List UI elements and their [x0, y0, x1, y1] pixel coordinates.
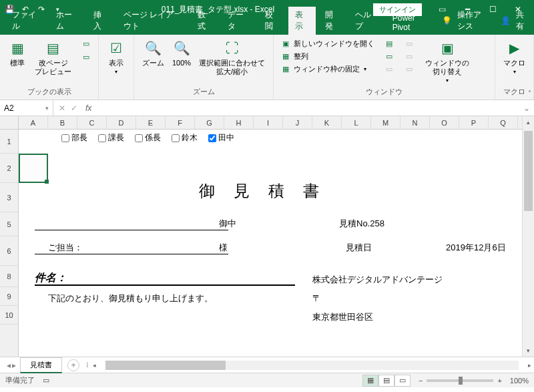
enter-icon[interactable]: ✓ [71, 104, 77, 113]
zoom-level[interactable]: 100% [510, 377, 529, 385]
formula-bar: A2▾ ✕ ✓ fx ⌄ [0, 100, 534, 116]
col-header[interactable]: H [224, 116, 254, 129]
arrange-button[interactable]: ▦整列 [279, 50, 376, 62]
select-all-corner[interactable] [0, 116, 18, 130]
pagebreak-view-button[interactable]: ▤改ページ プレビュー [32, 37, 74, 77]
check-kacho[interactable]: 課長 [98, 132, 124, 144]
add-sheet-button[interactable]: + [67, 359, 79, 371]
check-kakaricho[interactable]: 係長 [135, 132, 161, 144]
row-header[interactable]: 10 [0, 306, 18, 325]
check-bucho[interactable]: 部長 [61, 132, 87, 144]
zoom-selection-button[interactable]: ⛶選択範囲に合わせて 拡大/縮小 [196, 37, 268, 77]
horizontal-scrollbar[interactable]: ⁞ ◂ ▸ [93, 361, 531, 370]
tab-powerpivot[interactable]: Power Pivot [386, 11, 437, 35]
zoomfit-icon: ⛶ [223, 39, 242, 57]
small-view-1[interactable]: ▭ [79, 37, 93, 49]
group-zoom: 🔍ズーム 🔍100% ⛶選択範囲に合わせて 拡大/縮小 ズーム [134, 35, 274, 100]
tab-review[interactable]: 校閲 [258, 7, 286, 35]
freeze-icon: ▦ [280, 63, 291, 74]
new-window-button[interactable]: ▣新しいウィンドウを開く [279, 37, 376, 49]
unhide-button[interactable]: ▭ [382, 63, 396, 75]
sheet-tab[interactable]: 見積書 [20, 357, 62, 373]
tab-pagelayout[interactable]: ページ レイアウト [117, 7, 188, 35]
row-header[interactable]: 6 [0, 236, 18, 266]
name-box[interactable]: A2▾ [0, 100, 53, 116]
check-tanaka[interactable]: 田中 [208, 132, 234, 144]
tab-help[interactable]: ヘルプ [348, 7, 383, 35]
sheet-next-icon[interactable]: ▸ [12, 361, 16, 370]
col-header[interactable]: L [342, 116, 371, 129]
side-button-3[interactable]: ▭ [403, 63, 416, 75]
row-header[interactable]: 9 [0, 287, 18, 306]
pagebreak-view-icon[interactable]: ▭ [394, 375, 411, 387]
share-button[interactable]: 共有 [516, 9, 529, 32]
col-header[interactable]: D [107, 116, 136, 129]
scroll-thumb[interactable] [105, 361, 226, 370]
row-header[interactable]: 1 [0, 130, 18, 154]
selected-cell[interactable] [19, 154, 48, 183]
normal-view-icon[interactable]: ▦ [362, 375, 378, 387]
freeze-button[interactable]: ▦ウィンドウ枠の固定▾ [279, 63, 376, 75]
scroll-down-icon[interactable]: ▾ [523, 345, 534, 357]
cancel-icon[interactable]: ✕ [59, 104, 65, 113]
tab-data[interactable]: データ [221, 7, 256, 35]
switch-window-button[interactable]: ▣ウィンドウの 切り替え▾ [423, 37, 472, 85]
custom-icon: ▭ [81, 51, 91, 62]
zoom-button[interactable]: 🔍ズーム [140, 37, 167, 69]
fx-icon[interactable]: fx [83, 104, 94, 113]
hide-button[interactable]: ▭ [382, 50, 396, 62]
scroll-thumb[interactable] [524, 131, 533, 211]
tab-view[interactable]: 表示 [288, 7, 316, 35]
row-header[interactable]: 5 [0, 212, 18, 236]
row-header[interactable]: 8 [0, 266, 18, 287]
col-header[interactable]: G [195, 116, 224, 129]
split-button[interactable]: ▤ [382, 37, 396, 49]
col-header[interactable]: M [371, 116, 400, 129]
zoom-in-icon[interactable]: + [497, 377, 501, 385]
vertical-scrollbar[interactable]: ▴ ▾ [522, 116, 534, 357]
group-show: ☑表示▾ [99, 35, 134, 100]
side-button-2[interactable]: ▭ [403, 50, 416, 62]
check-suzuki[interactable]: 鈴木 [172, 132, 198, 144]
col-header[interactable]: I [254, 116, 283, 129]
macro-record-icon[interactable]: ▭ [43, 376, 49, 385]
sheet-prev-icon[interactable]: ◂ [7, 361, 11, 370]
scroll-up-icon[interactable]: ▴ [523, 116, 534, 128]
zoom-100-button[interactable]: 🔍100% [170, 37, 194, 69]
col-header[interactable]: O [430, 116, 459, 129]
scroll-left-icon[interactable]: ◂ [93, 362, 96, 369]
worksheet-canvas[interactable]: 部長 課長 係長 鈴木 田中 御見積書 御中 見積No.258 ご担当： 様 見… [19, 130, 522, 357]
expand-formula-icon[interactable]: ⌄ [519, 104, 534, 113]
show-button[interactable]: ☑表示▾ [104, 37, 128, 77]
col-header[interactable]: F [166, 116, 195, 129]
row-header[interactable]: 3 [0, 183, 18, 212]
col-header[interactable]: J [283, 116, 312, 129]
col-header[interactable]: A [19, 116, 48, 129]
col-header[interactable]: P [459, 116, 489, 129]
tab-formulas[interactable]: 数式 [191, 7, 218, 35]
side-button-1[interactable]: ▭ [403, 37, 416, 49]
col-header[interactable]: B [48, 116, 77, 129]
normal-view-button[interactable]: ▦標準 [5, 37, 29, 69]
zoom-handle[interactable] [459, 377, 463, 385]
pagelayout-view-icon[interactable]: ▤ [378, 375, 394, 387]
tab-home[interactable]: ホーム [49, 7, 84, 35]
tab-insert[interactable]: 挿入 [87, 7, 114, 35]
col-header[interactable]: E [136, 116, 166, 129]
zoom-slider[interactable] [427, 379, 493, 382]
zoom-out-icon[interactable]: − [419, 377, 423, 385]
collapse-ribbon-icon[interactable]: ˄ [528, 89, 531, 97]
col-header[interactable]: N [400, 116, 430, 129]
tell-me-input[interactable]: 操作アシス [457, 9, 489, 32]
col-header[interactable]: C [77, 116, 107, 129]
macros-button[interactable]: ▶マクロ▾ [501, 37, 528, 77]
row-header[interactable]: 2 [0, 154, 18, 183]
tab-file[interactable]: ファイル [5, 7, 47, 35]
small-view-2[interactable]: ▭ [79, 51, 93, 63]
col-header[interactable]: K [312, 116, 342, 129]
group-window: ▣新しいウィンドウを開く ▦整列 ▦ウィンドウ枠の固定▾ ▤ ▭ ▭ ▭ ▭ ▭… [274, 35, 495, 100]
arrange-icon: ▦ [280, 51, 291, 61]
scroll-right-icon[interactable]: ▸ [528, 362, 531, 369]
col-header[interactable]: Q [489, 116, 518, 129]
tab-developer[interactable]: 開発 [318, 7, 346, 35]
